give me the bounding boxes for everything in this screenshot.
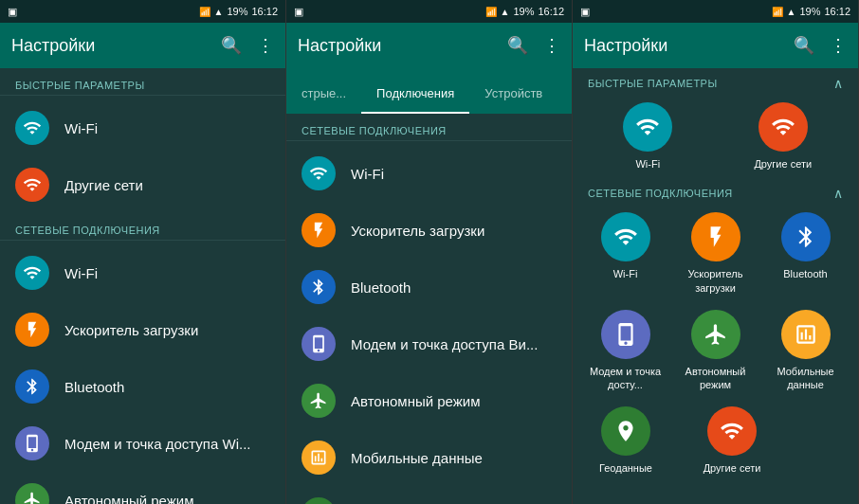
networks-icon-1 — [15, 168, 49, 202]
grid-networks-icon-3 — [758, 102, 808, 152]
grid-wifi-icon-3 — [623, 102, 672, 152]
net-header-3[interactable]: СЕТЕВЫЕ ПОДКЛЮЧЕНИЯ ∧ — [573, 178, 858, 205]
signal-icon-2: ▲ — [501, 7, 510, 17]
list-item-wifi-2[interactable]: Wi-Fi — [286, 145, 572, 202]
list-item-accel-2[interactable]: Ускоритель загрузки — [286, 202, 572, 259]
modem-label-1: Модем и точка доступа Wi... — [64, 436, 251, 452]
grid-bluetooth-label-3: Bluetooth — [783, 267, 827, 280]
wifi-icon: 📶 — [199, 7, 210, 17]
grid-airplane-label-3: Автономный режим — [678, 365, 754, 392]
list-item-other-networks-1[interactable]: Другие сети — [0, 156, 285, 213]
grid-geo-icon-3 — [601, 406, 650, 456]
wifi-net-icon-1 — [15, 256, 49, 290]
list-item-modem-2[interactable]: Модем и точка доступа Ви... — [286, 315, 572, 372]
mobile-data-label-2: Мобильные данные — [351, 450, 483, 466]
more-button-1[interactable]: ⋮ — [257, 35, 274, 56]
grid-modem-3[interactable]: Модем и точка досту... — [588, 310, 664, 392]
grid-accel-label-3: Ускоритель загрузки — [678, 267, 754, 295]
grid-airplane-3[interactable]: Автономный режим — [678, 310, 754, 392]
net-grid-row1-3: Wi-Fi Ускоритель загрузки Bluetooth — [573, 205, 858, 302]
wifi-icon-quick-1 — [15, 111, 49, 145]
list-item-accel-1[interactable]: Ускоритель загрузки — [0, 301, 285, 358]
app-bar-2: Настройки 🔍 ⋮ — [286, 23, 572, 68]
time-label: 16:12 — [251, 6, 278, 17]
list-item-bluetooth-1[interactable]: Bluetooth — [0, 358, 285, 415]
airplane-label-1: Автономный режим — [64, 493, 193, 505]
section-net-1: СЕТЕВЫЕ ПОДКЛЮЧЕНИЯ — [0, 213, 285, 240]
wifi-icon-2: 📶 — [485, 7, 497, 17]
wifi-icon-3: 📶 — [772, 7, 783, 17]
net-grid-row3-3: Геоданные Другие сети — [573, 399, 858, 482]
airplane-icon-1 — [15, 483, 49, 504]
more-button-2[interactable]: ⋮ — [543, 35, 560, 56]
app-title-2: Настройки — [298, 36, 507, 56]
search-button-2[interactable]: 🔍 — [507, 35, 528, 56]
accel-label-1: Ускоритель загрузки — [64, 322, 198, 338]
geo-icon-2 — [302, 497, 336, 504]
section-quick-params-1: БЫСТРЫЕ ПАРАМЕТРЫ — [0, 68, 285, 95]
more-button-3[interactable]: ⋮ — [830, 35, 847, 56]
list-item-airplane-2[interactable]: Автономный режим — [286, 372, 572, 429]
signal-icon-3: ▲ — [787, 7, 796, 17]
status-bar-1: ▣ 📶 ▲ 19% 16:12 — [0, 0, 285, 23]
grid-other-networks-net-label-3: Другие сети — [704, 461, 761, 475]
list-item-wifi-net-1[interactable]: Wi-Fi — [0, 244, 285, 301]
wifi-icon-2b — [302, 156, 336, 190]
list-item-modem-1[interactable]: Модем и точка доступа Wi... — [0, 415, 285, 472]
search-button-1[interactable]: 🔍 — [221, 35, 242, 56]
tab-connections-2[interactable]: Подключения — [361, 75, 469, 114]
app-bar-3: Настройки 🔍 ⋮ — [573, 23, 858, 68]
other-networks-label-1: Другие сети — [64, 177, 143, 193]
accel-icon-2 — [302, 213, 336, 247]
tab-quick-2[interactable]: стрые... — [286, 75, 361, 114]
list-item-geo-2[interactable]: Геоданные — [286, 486, 572, 504]
bluetooth-label-1: Bluetooth — [64, 379, 124, 395]
sim-icon-3: ▣ — [580, 6, 590, 18]
grid-modem-label-3: Модем и точка досту... — [588, 365, 664, 392]
grid-mobile-data-3[interactable]: Мобильные данные — [768, 310, 844, 392]
net-label-3: СЕТЕВЫЕ ПОДКЛЮЧЕНИЯ — [588, 188, 733, 199]
battery-label-3: 19% — [799, 6, 820, 17]
mobile-data-icon-2 — [302, 441, 336, 475]
grid-mobile-data-label-3: Мобильные данные — [768, 365, 844, 392]
grid-airplane-icon-3 — [691, 310, 740, 359]
panel-2: ▣ 📶 ▲ 19% 16:12 Настройки 🔍 ⋮ стрые... П… — [286, 0, 573, 504]
wifi-net-label-1: Wi-Fi — [64, 265, 98, 281]
quick-params-header-3[interactable]: БЫСТРЫЕ ПАРАМЕТРЫ ∧ — [573, 68, 858, 95]
app-bar-1: Настройки 🔍 ⋮ — [0, 23, 285, 68]
time-label-2: 16:12 — [538, 6, 564, 17]
grid-geo-3[interactable]: Геоданные — [588, 406, 664, 475]
grid-bluetooth-3[interactable]: Bluetooth — [768, 212, 844, 295]
grid-mobile-data-icon-3 — [781, 310, 831, 359]
battery-label: 19% — [227, 6, 247, 17]
airplane-icon-2 — [302, 384, 336, 418]
panel1-scroll: БЫСТРЫЕ ПАРАМЕТРЫ Wi-Fi Другие сети СЕТЕ… — [0, 68, 285, 504]
battery-label-2: 19% — [513, 6, 534, 17]
grid-accel-3[interactable]: Ускоритель загрузки — [678, 212, 754, 295]
accel-icon-1 — [15, 313, 49, 347]
grid-accel-icon-3 — [691, 212, 740, 261]
quick-params-grid-3: Wi-Fi Другие сети — [573, 95, 858, 178]
bluetooth-icon-1 — [15, 369, 49, 404]
net-grid-row2-3: Модем и точка досту... Автономный режим … — [573, 302, 858, 400]
panel-3: ▣ 📶 ▲ 19% 16:12 Настройки 🔍 ⋮ БЫСТРЫЕ ПА… — [573, 0, 859, 504]
grid-other-networks-net-3[interactable]: Другие сети — [694, 406, 770, 475]
status-bar-3: ▣ 📶 ▲ 19% 16:12 — [573, 0, 858, 23]
section-net-2: СЕТЕВЫЕ ПОДКЛЮЧЕНИЯ — [286, 114, 572, 140]
grid-other-networks-net-icon-3 — [707, 406, 757, 456]
list-item-mobile-data-2[interactable]: Мобильные данные — [286, 429, 572, 486]
modem-icon-2 — [302, 327, 336, 361]
bluetooth-icon-2 — [302, 270, 336, 304]
bluetooth-label-2: Bluetooth — [351, 279, 411, 296]
status-bar-2: ▣ 📶 ▲ 19% 16:12 — [286, 0, 572, 23]
grid-other-networks-quick-3[interactable]: Другие сети — [745, 102, 821, 171]
modem-icon-1 — [15, 426, 49, 460]
list-item-airplane-1[interactable]: Автономный режим — [0, 472, 285, 504]
grid-wifi-net-3[interactable]: Wi-Fi — [588, 212, 664, 295]
list-item-wifi-quick-1[interactable]: Wi-Fi — [0, 99, 285, 156]
grid-wifi-label-3: Wi-Fi — [635, 157, 660, 171]
list-item-bluetooth-2[interactable]: Bluetooth — [286, 259, 572, 315]
tab-devices-2[interactable]: Устройств — [469, 75, 557, 114]
grid-wifi-quick-3[interactable]: Wi-Fi — [610, 102, 685, 171]
search-button-3[interactable]: 🔍 — [794, 35, 814, 56]
